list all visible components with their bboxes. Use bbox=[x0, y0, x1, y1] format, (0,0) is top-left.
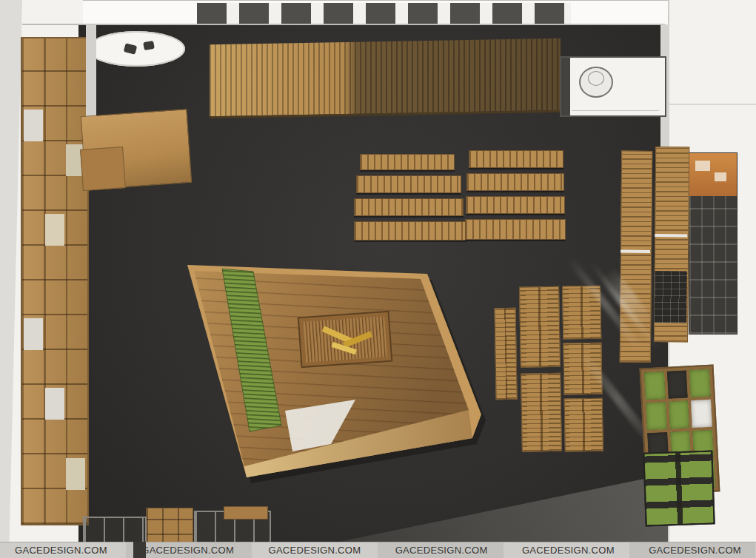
wall-poster bbox=[689, 152, 737, 335]
service-unit-side bbox=[561, 58, 570, 115]
watermark-text: GACEDESIGN.COM bbox=[649, 545, 741, 556]
slatted-table bbox=[354, 198, 464, 216]
poster-mark bbox=[695, 161, 710, 171]
ceiling-beams bbox=[197, 3, 571, 25]
skylight-line bbox=[668, 104, 756, 105]
strip-dark-segment bbox=[133, 542, 146, 558]
watermark-text: GACEDESIGN.COM bbox=[268, 545, 361, 556]
shelf-cubby bbox=[666, 370, 688, 398]
empty-cubby bbox=[24, 318, 43, 350]
watermark-text: GACEDESIGN.COM bbox=[141, 545, 234, 556]
slatted-tables-left bbox=[354, 154, 466, 241]
service-unit bbox=[560, 56, 666, 117]
bench-segment bbox=[521, 373, 562, 452]
bench-narrow bbox=[495, 308, 518, 400]
service-unit-edge bbox=[572, 110, 659, 111]
shelf-cubby bbox=[669, 400, 690, 428]
empty-cubby bbox=[45, 388, 64, 420]
watermark-text: GACEDESIGN.COM bbox=[15, 545, 107, 556]
bench-segment bbox=[564, 398, 603, 452]
rack-shelf-gap bbox=[620, 250, 650, 253]
vertical-benches bbox=[491, 284, 605, 457]
slatted-table bbox=[356, 175, 461, 193]
rack-shelf-gap bbox=[655, 234, 687, 237]
empty-cubby bbox=[45, 214, 64, 246]
bench-segment bbox=[519, 286, 561, 368]
watermark-text: GACEDESIGN.COM bbox=[522, 545, 615, 556]
poster-header bbox=[689, 153, 737, 196]
wood-slat-panel bbox=[210, 38, 561, 118]
bench-mid bbox=[519, 286, 562, 454]
service-unit-basin-inner bbox=[588, 71, 604, 86]
shelf-cubby bbox=[691, 400, 712, 428]
render-canvas: GACEDESIGN.COM GACEDESIGN.COM GACEDESIGN… bbox=[0, 0, 756, 558]
ceiling-light bbox=[87, 31, 185, 67]
top-wall-line bbox=[22, 24, 665, 25]
green-cabinet bbox=[643, 450, 715, 526]
empty-cubby bbox=[66, 458, 85, 490]
platform-table bbox=[298, 312, 392, 367]
left-cubby-shelf bbox=[21, 37, 89, 525]
watermark-text: GACEDESIGN.COM bbox=[395, 545, 488, 556]
shelf-cubby bbox=[646, 402, 667, 430]
poster-mark bbox=[715, 172, 726, 181]
corner-desk-extension bbox=[80, 147, 126, 191]
slatted-tables-right bbox=[465, 150, 566, 240]
watermark-strip: GACEDESIGN.COM GACEDESIGN.COM GACEDESIGN… bbox=[0, 542, 756, 558]
slatted-table bbox=[360, 154, 455, 170]
shelf-cubby bbox=[644, 372, 666, 400]
rack-dark-inset bbox=[654, 271, 687, 323]
light-fixture-mark bbox=[143, 41, 155, 50]
bottom-wood-strip bbox=[224, 506, 268, 520]
slatted-table bbox=[466, 196, 565, 214]
central-platform bbox=[167, 243, 496, 491]
shelf-cubby bbox=[689, 369, 711, 397]
slatted-table bbox=[469, 150, 563, 168]
light-fixture-mark bbox=[124, 43, 138, 55]
slatted-table bbox=[466, 173, 564, 191]
slatted-table bbox=[354, 221, 466, 241]
empty-cubby bbox=[24, 110, 43, 141]
slatted-table bbox=[465, 219, 566, 240]
